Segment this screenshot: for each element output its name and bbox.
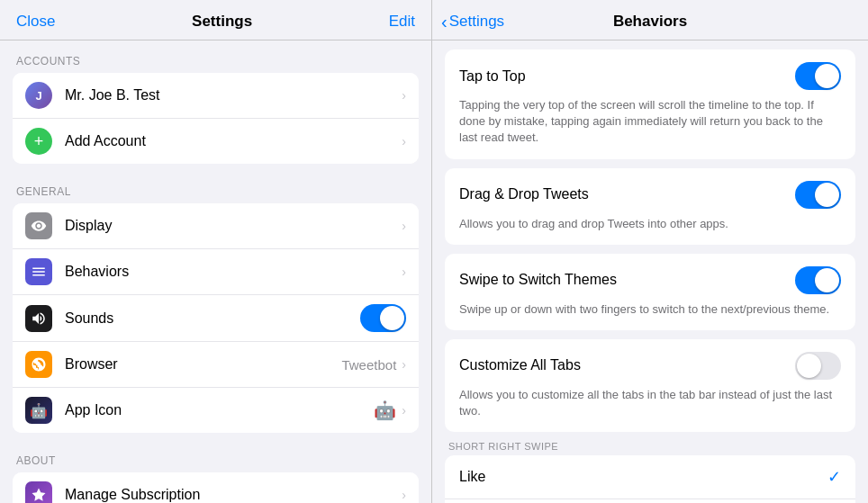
- toggle-knob: [815, 64, 839, 88]
- customize-tabs-row: Customize All Tabs: [459, 352, 841, 380]
- chevron-icon: ›: [402, 488, 406, 502]
- add-account-label: Add Account: [65, 133, 402, 149]
- toggle-knob: [380, 306, 404, 330]
- tap-to-top-row: Tap to Top: [459, 62, 841, 90]
- customize-tabs-title: Customize All Tabs: [459, 357, 581, 373]
- short-right-swipe-label: SHORT RIGHT SWIPE: [445, 434, 855, 455]
- right-content: Tap to Top Tapping the very top of the s…: [432, 40, 868, 503]
- browser-item[interactable]: Browser Tweetbot ›: [13, 342, 419, 388]
- account-item[interactable]: J Mr. Joe B. Test ›: [13, 73, 419, 119]
- swipe-themes-toggle[interactable]: [795, 266, 841, 294]
- subscription-item[interactable]: Manage Subscription ›: [13, 472, 419, 503]
- left-panel: Close Settings Edit ACCOUNTS J Mr. Joe B…: [0, 0, 432, 503]
- tap-to-top-toggle[interactable]: [795, 62, 841, 90]
- right-panel: ‹ Settings Behaviors Tap to Top Tapping …: [432, 0, 868, 503]
- appicon-icon: 🤖: [25, 397, 52, 424]
- drag-drop-card: Drag & Drop Tweets Allows you to drag an…: [445, 168, 855, 245]
- appicon-item[interactable]: 🤖 App Icon 🤖 ›: [13, 388, 419, 433]
- chevron-icon: ›: [402, 265, 406, 279]
- left-content: ACCOUNTS J Mr. Joe B. Test › + Add Accou…: [0, 40, 431, 503]
- account-name: Mr. Joe B. Test: [65, 87, 402, 103]
- chevron-icon: ›: [402, 357, 406, 372]
- sounds-label: Sounds: [65, 310, 360, 327]
- customize-tabs-toggle[interactable]: [795, 352, 841, 380]
- sounds-icon: [25, 305, 52, 332]
- accounts-section-label: ACCOUNTS: [0, 40, 431, 73]
- add-icon: +: [25, 128, 52, 155]
- behaviors-label: Behaviors: [65, 264, 402, 280]
- like-label: Like: [459, 469, 485, 485]
- behaviors-icon: [25, 258, 52, 285]
- swipe-themes-title: Swipe to Switch Themes: [459, 272, 617, 288]
- accounts-group: J Mr. Joe B. Test › + Add Account ›: [13, 73, 419, 164]
- general-group: Display › Behaviors › Sounds: [13, 203, 419, 433]
- short-right-swipe-group: Like ✓ Retweet Open Link to Tweet: [445, 455, 855, 503]
- edit-button[interactable]: Edit: [389, 13, 415, 31]
- display-item[interactable]: Display ›: [13, 203, 419, 249]
- about-section-label: ABOUT: [0, 440, 431, 472]
- tap-to-top-title: Tap to Top: [459, 68, 526, 85]
- browser-label: Browser: [65, 356, 341, 373]
- like-item[interactable]: Like ✓: [445, 455, 855, 499]
- toggle-knob: [797, 354, 821, 378]
- customize-tabs-desc: Allows you to customize all the tabs in …: [459, 387, 841, 419]
- add-account-item[interactable]: + Add Account ›: [13, 119, 419, 164]
- browser-value: Tweetbot: [341, 357, 396, 373]
- settings-title: Settings: [192, 13, 252, 31]
- chevron-icon: ›: [402, 88, 406, 103]
- behaviors-page-title: Behaviors: [613, 13, 687, 31]
- appicon-label: App Icon: [65, 402, 374, 418]
- chevron-icon: ›: [402, 219, 406, 233]
- sounds-toggle[interactable]: [360, 304, 406, 332]
- swipe-themes-desc: Swipe up or down with two fingers to swi…: [459, 301, 841, 318]
- tap-to-top-desc: Tapping the very top of the screen will …: [459, 97, 841, 147]
- drag-drop-desc: Allows you to drag and drop Tweets into …: [459, 216, 841, 232]
- customize-tabs-card: Customize All Tabs Allows you to customi…: [445, 339, 855, 432]
- back-label: Settings: [449, 13, 504, 31]
- toggle-knob: [815, 183, 839, 207]
- left-header: Close Settings Edit: [0, 0, 431, 40]
- appicon-preview: 🤖: [374, 400, 396, 421]
- drag-drop-title: Drag & Drop Tweets: [459, 186, 589, 202]
- browser-icon: [25, 351, 52, 378]
- about-group: Manage Subscription › Support ›: [13, 472, 419, 503]
- like-checkmark: ✓: [827, 467, 841, 487]
- back-chevron-icon: ‹: [441, 12, 448, 32]
- avatar: J: [25, 82, 52, 109]
- swipe-themes-card: Swipe to Switch Themes Swipe up or down …: [445, 254, 855, 330]
- sounds-item[interactable]: Sounds: [13, 295, 419, 342]
- tap-to-top-card: Tap to Top Tapping the very top of the s…: [445, 49, 855, 159]
- close-button[interactable]: Close: [16, 13, 55, 31]
- back-button[interactable]: ‹ Settings: [441, 12, 504, 32]
- subscription-label: Manage Subscription: [65, 487, 402, 503]
- display-label: Display: [65, 218, 402, 234]
- subscription-icon: [25, 481, 52, 503]
- general-section-label: GENERAL: [0, 171, 431, 203]
- display-icon: [25, 212, 52, 239]
- drag-drop-toggle[interactable]: [795, 181, 841, 209]
- chevron-icon: ›: [402, 134, 406, 148]
- right-header: ‹ Settings Behaviors: [432, 0, 868, 40]
- retweet-item[interactable]: Retweet: [445, 499, 855, 503]
- behaviors-item[interactable]: Behaviors ›: [13, 249, 419, 295]
- swipe-themes-row: Swipe to Switch Themes: [459, 266, 841, 294]
- drag-drop-row: Drag & Drop Tweets: [459, 181, 841, 209]
- toggle-knob: [815, 268, 839, 292]
- chevron-icon: ›: [402, 403, 406, 418]
